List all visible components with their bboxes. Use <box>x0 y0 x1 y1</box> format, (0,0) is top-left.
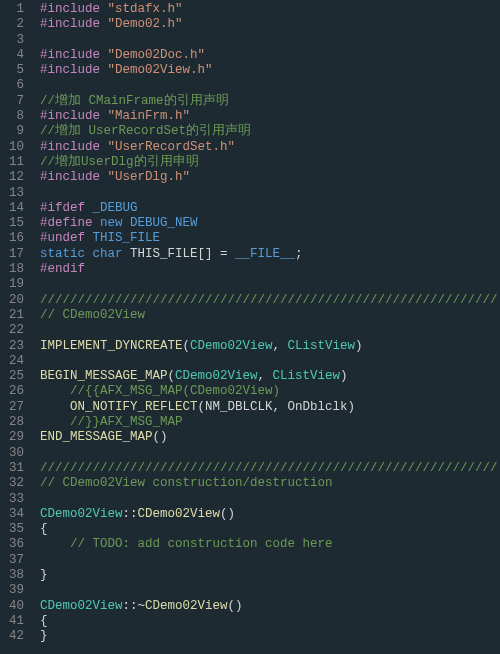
code-line[interactable]: } <box>40 568 500 583</box>
code-line[interactable]: #include "stdafx.h" <box>40 2 500 17</box>
line-number: 13 <box>6 186 24 201</box>
token-plain: { <box>40 614 48 628</box>
token-pre: #endif <box>40 262 85 276</box>
line-number: 6 <box>6 78 24 93</box>
code-area[interactable]: #include "stdafx.h"#include "Demo02.h" #… <box>34 0 500 654</box>
code-line[interactable]: #define new DEBUG_NEW <box>40 216 500 231</box>
code-line[interactable] <box>40 33 500 48</box>
code-line[interactable] <box>40 492 500 507</box>
token-plain <box>85 247 93 261</box>
code-line[interactable]: { <box>40 522 500 537</box>
line-number: 31 <box>6 461 24 476</box>
line-number: 38 <box>6 568 24 583</box>
code-line[interactable]: { <box>40 614 500 629</box>
token-cmt: //增加 CMainFrame的引用声明 <box>40 94 229 108</box>
line-number: 15 <box>6 216 24 231</box>
token-plain: } <box>40 629 48 643</box>
token-cmt: // CDemo02View construction/destruction <box>40 476 333 490</box>
code-line[interactable]: #include "UserRecordSet.h" <box>40 140 500 155</box>
line-number: 21 <box>6 308 24 323</box>
token-plain: ) <box>340 369 348 383</box>
code-line[interactable] <box>40 446 500 461</box>
token-plain <box>40 537 70 551</box>
token-cmt: //增加 UserRecordSet的引用声明 <box>40 124 251 138</box>
token-type: CListView <box>288 339 356 353</box>
code-line[interactable] <box>40 323 500 338</box>
code-line[interactable]: //}}AFX_MSG_MAP <box>40 415 500 430</box>
code-editor[interactable]: 1234567891011121314151617181920212223242… <box>0 0 500 654</box>
code-line[interactable]: ////////////////////////////////////////… <box>40 461 500 476</box>
code-line[interactable]: //增加UserDlg的引用申明 <box>40 155 500 170</box>
token-type: CDemo02View <box>190 339 273 353</box>
token-plain <box>40 384 70 398</box>
code-line[interactable]: #ifdef _DEBUG <box>40 201 500 216</box>
code-line[interactable]: #endif <box>40 262 500 277</box>
code-line[interactable]: #include "Demo02Doc.h" <box>40 48 500 63</box>
token-pre: #include <box>40 109 100 123</box>
code-line[interactable]: // CDemo02View <box>40 308 500 323</box>
code-line[interactable] <box>40 354 500 369</box>
line-number: 20 <box>6 293 24 308</box>
token-cmt: //}}AFX_MSG_MAP <box>70 415 183 429</box>
code-line[interactable]: #include "UserDlg.h" <box>40 170 500 185</box>
token-str: "MainFrm.h" <box>108 109 191 123</box>
line-number: 10 <box>6 140 24 155</box>
token-kw: static <box>40 247 85 261</box>
code-line[interactable] <box>40 78 500 93</box>
token-plain: , <box>273 339 288 353</box>
token-plain: } <box>40 568 48 582</box>
token-plain: ; <box>295 247 303 261</box>
token-plain: ) <box>348 400 356 414</box>
line-number: 37 <box>6 553 24 568</box>
token-plain: ( <box>168 369 176 383</box>
code-line[interactable] <box>40 277 500 292</box>
code-line[interactable]: // TODO: add construction code here <box>40 537 500 552</box>
token-fn: IMPLEMENT_DYNCREATE <box>40 339 183 353</box>
code-line[interactable]: //增加 CMainFrame的引用声明 <box>40 94 500 109</box>
code-line[interactable]: ON_NOTIFY_REFLECT(NM_DBLCLK, OnDblclk) <box>40 400 500 415</box>
line-number: 28 <box>6 415 24 430</box>
code-line[interactable]: IMPLEMENT_DYNCREATE(CDemo02View, CListVi… <box>40 339 500 354</box>
token-plain <box>40 415 70 429</box>
code-line[interactable]: #include "MainFrm.h" <box>40 109 500 124</box>
code-line[interactable]: #undef THIS_FILE <box>40 231 500 246</box>
code-line[interactable]: } <box>40 629 500 644</box>
token-plain: ) <box>355 339 363 353</box>
token-fn: CDemo02View <box>138 507 221 521</box>
token-macro: THIS_FILE <box>93 231 161 245</box>
code-line[interactable]: #include "Demo02View.h" <box>40 63 500 78</box>
code-line[interactable]: BEGIN_MESSAGE_MAP(CDemo02View, CListView… <box>40 369 500 384</box>
line-number: 3 <box>6 33 24 48</box>
code-line[interactable]: END_MESSAGE_MAP() <box>40 430 500 445</box>
line-number: 2 <box>6 17 24 32</box>
token-macro: __FILE__ <box>235 247 295 261</box>
line-number: 42 <box>6 629 24 644</box>
token-macro: DEBUG_NEW <box>130 216 198 230</box>
line-number: 26 <box>6 384 24 399</box>
code-line[interactable]: //{{AFX_MSG_MAP(CDemo02View) <box>40 384 500 399</box>
token-str: "Demo02Doc.h" <box>108 48 206 62</box>
token-pre: #include <box>40 48 100 62</box>
line-number: 22 <box>6 323 24 338</box>
code-line[interactable]: CDemo02View::~CDemo02View() <box>40 599 500 614</box>
code-line[interactable]: #include "Demo02.h" <box>40 17 500 32</box>
line-number: 11 <box>6 155 24 170</box>
line-number: 19 <box>6 277 24 292</box>
token-plain <box>100 170 108 184</box>
token-plain: , <box>273 400 288 414</box>
code-line[interactable]: static char THIS_FILE[] = __FILE__; <box>40 247 500 262</box>
token-plain: { <box>40 522 48 536</box>
code-line[interactable] <box>40 583 500 598</box>
line-number: 7 <box>6 94 24 109</box>
code-line[interactable]: //增加 UserRecordSet的引用声明 <box>40 124 500 139</box>
token-plain: () <box>228 599 243 613</box>
code-line[interactable]: ////////////////////////////////////////… <box>40 293 500 308</box>
token-type: CListView <box>273 369 341 383</box>
code-line[interactable]: // CDemo02View construction/destruction <box>40 476 500 491</box>
line-number: 12 <box>6 170 24 185</box>
code-line[interactable] <box>40 553 500 568</box>
code-line[interactable]: CDemo02View::CDemo02View() <box>40 507 500 522</box>
code-line[interactable] <box>40 186 500 201</box>
token-type: CDemo02View <box>175 369 258 383</box>
line-number: 35 <box>6 522 24 537</box>
